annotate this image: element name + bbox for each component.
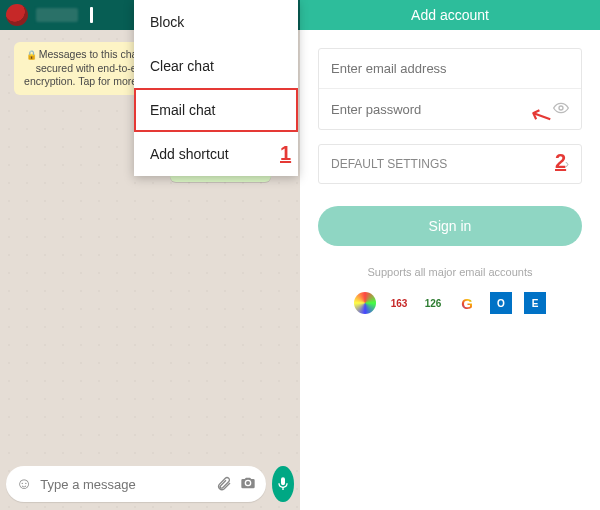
signin-form: DEFAULT SETTINGS › Sign in Supports all …: [300, 30, 600, 332]
provider-icon-exchange[interactable]: E: [524, 292, 546, 314]
password-field[interactable]: [331, 102, 553, 117]
contact-name-blurred: [36, 8, 78, 22]
annotation-1: 1: [280, 142, 291, 165]
camera-icon[interactable]: [240, 475, 256, 494]
dropdown-label: DEFAULT SETTINGS: [331, 157, 447, 171]
email-field-row: [319, 49, 581, 89]
signin-button[interactable]: Sign in: [318, 206, 582, 246]
provider-icon-outlook[interactable]: O: [490, 292, 512, 314]
svg-point-0: [559, 106, 563, 110]
mic-button[interactable]: [272, 466, 294, 502]
provider-icon-google[interactable]: G: [456, 292, 478, 314]
support-text: Supports all major email accounts: [318, 266, 582, 278]
email-field[interactable]: [331, 61, 569, 76]
message-input[interactable]: [40, 477, 208, 492]
menu-item-add-shortcut[interactable]: Add shortcut: [134, 132, 298, 176]
provider-icon-126[interactable]: 126: [422, 292, 444, 314]
online-indicator: [90, 7, 93, 23]
email-add-account-screen: Add account DEFAULT SETTINGS › Sign in S…: [300, 0, 600, 510]
lock-icon: 🔒: [26, 50, 37, 60]
provider-icon-qq[interactable]: [354, 292, 376, 314]
message-input-field[interactable]: ☺: [6, 466, 266, 502]
menu-item-block[interactable]: Block: [134, 0, 298, 44]
add-account-header: Add account: [300, 0, 600, 30]
menu-item-email-chat[interactable]: Email chat: [134, 88, 298, 132]
eye-icon[interactable]: [553, 100, 569, 119]
whatsapp-chat-screen: 🔒Messages to this chat are secured with …: [0, 0, 300, 510]
annotation-2: 2: [555, 150, 566, 173]
emoji-icon[interactable]: ☺: [16, 475, 32, 493]
message-input-bar: ☺: [6, 466, 294, 502]
provider-icons: 163 126 G O E: [318, 292, 582, 314]
menu-item-clear-chat[interactable]: Clear chat: [134, 44, 298, 88]
attach-icon[interactable]: [216, 475, 232, 494]
options-menu: Block Clear chat Email chat Add shortcut: [134, 0, 298, 176]
avatar[interactable]: [6, 4, 28, 26]
provider-icon-163[interactable]: 163: [388, 292, 410, 314]
default-settings-dropdown[interactable]: DEFAULT SETTINGS ›: [318, 144, 582, 184]
